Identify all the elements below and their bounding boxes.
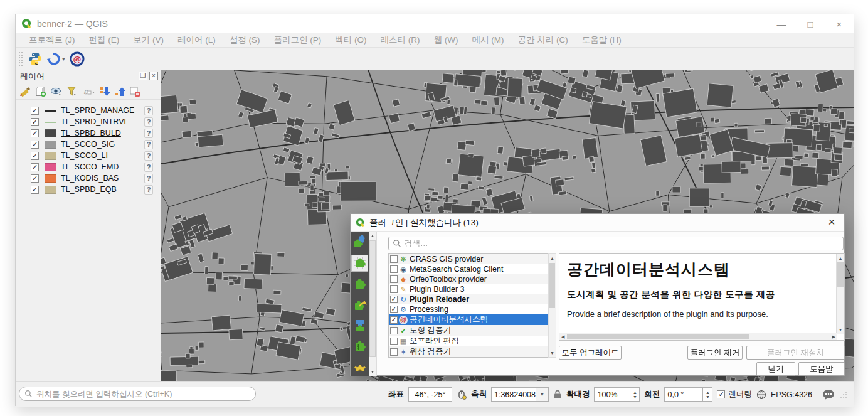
plugin-checkbox[interactable] xyxy=(390,348,398,356)
plugin-row[interactable]: ◉ MetaSearch Catalog Client xyxy=(389,264,548,274)
dialog-close-icon[interactable]: × xyxy=(824,215,839,229)
crs-status[interactable]: EPSG:4326 xyxy=(771,390,812,399)
upgrade-all-button[interactable]: 모두 업그레이드 xyxy=(559,346,622,360)
plugin-row[interactable]: ✔ 도형 검증기 xyxy=(389,325,548,336)
render-checkbox[interactable]: ✓ xyxy=(717,390,725,398)
plugin-checkbox[interactable] xyxy=(390,327,398,334)
plugin-row-selected[interactable]: ✓ @ 공간데이터분석시스템 xyxy=(389,314,548,325)
layer-checkbox[interactable]: ✓ xyxy=(31,129,39,137)
reinstall-plugin-button[interactable]: 플러그인 재설치 xyxy=(746,346,845,360)
add-group-icon[interactable] xyxy=(35,86,46,97)
layer-row[interactable]: ✓ TL_SPRD_INTRVL ? xyxy=(16,116,161,127)
tab-scrollbar[interactable]: ▲ ▼ xyxy=(369,232,377,376)
scrollbar-thumb[interactable] xyxy=(567,334,749,339)
scrollbar-thumb[interactable] xyxy=(549,263,555,308)
scroll-up-icon[interactable]: ▲ xyxy=(549,256,556,260)
layer-styling-icon[interactable] xyxy=(19,86,31,97)
tab-install-from-zip[interactable] xyxy=(351,338,368,355)
layer-row[interactable]: ✓ TL_SCCO_LI ? xyxy=(16,150,161,161)
magnifier-spinner[interactable]: ▲▼ xyxy=(630,387,640,402)
crs-unknown-badge[interactable]: ? xyxy=(144,185,153,195)
plugin-row[interactable]: ◆ OrfeoToolbox provider xyxy=(389,274,548,284)
layer-checkbox[interactable]: ✓ xyxy=(31,107,39,115)
layer-checkbox[interactable]: ✓ xyxy=(31,118,39,126)
scale-dropdown-icon[interactable]: ▼ xyxy=(536,387,549,402)
rotation-spinner[interactable]: ▲▼ xyxy=(703,387,712,402)
plugin-checkbox[interactable]: ✓ xyxy=(390,306,398,313)
plugin-row[interactable]: ✓ ↻ Plugin Reloader xyxy=(389,294,548,304)
globe-crs-icon[interactable] xyxy=(756,390,766,400)
scrollbar-thumb[interactable] xyxy=(369,240,376,357)
layer-row[interactable]: ✓ TL_SCCO_EMD ? xyxy=(16,161,161,173)
layer-row[interactable]: ✓ TL_KODIS_BAS ? xyxy=(16,173,161,184)
plugin-row[interactable]: ✓ ⚙ Processing xyxy=(389,304,548,314)
tab-all[interactable] xyxy=(351,234,368,250)
crs-unknown-badge[interactable]: ? xyxy=(144,163,153,172)
layer-checkbox[interactable]: ✓ xyxy=(31,174,39,183)
magnifier-field[interactable]: 100% xyxy=(594,387,630,402)
plugin-checkbox[interactable] xyxy=(390,338,398,345)
remove-layer-icon[interactable] xyxy=(129,86,140,97)
resize-grip[interactable] xyxy=(840,391,847,398)
plugin-row[interactable]: ❋ GRASS GIS provider xyxy=(389,254,548,264)
plugin-checkbox[interactable]: ✓ xyxy=(390,296,398,303)
plugin-list-scrollbar[interactable]: ▲ ▼ xyxy=(548,253,556,358)
plugin-search-box[interactable] xyxy=(388,237,844,250)
filter-legend-icon[interactable] xyxy=(66,86,78,97)
scroll-down-icon[interactable]: ▼ xyxy=(549,351,556,355)
crs-unknown-badge[interactable]: ? xyxy=(144,129,153,138)
tab-installed[interactable] xyxy=(351,255,368,271)
layer-checkbox[interactable]: ✓ xyxy=(31,163,39,171)
layer-checkbox[interactable]: ✓ xyxy=(31,186,39,194)
crs-unknown-badge[interactable]: ? xyxy=(144,106,153,115)
filter-expression-icon[interactable]: ε xyxy=(82,86,95,97)
spatial-plugin-button[interactable]: @ xyxy=(67,50,87,68)
collapse-all-icon[interactable] xyxy=(114,86,125,97)
expand-all-icon[interactable] xyxy=(99,86,110,97)
menu-plugins[interactable]: 플러그인 (P) xyxy=(267,33,329,47)
close-button[interactable]: × xyxy=(825,14,854,33)
scroll-up-icon[interactable]: ▲ xyxy=(837,256,844,260)
layer-checkbox[interactable]: ✓ xyxy=(31,152,39,160)
scrollbar-thumb[interactable] xyxy=(837,262,844,287)
details-vertical-scrollbar[interactable]: ▲ ▼ xyxy=(836,254,844,334)
plugin-search-input[interactable] xyxy=(405,239,818,248)
scroll-down-icon[interactable]: ▼ xyxy=(369,370,376,374)
messages-bubble-icon[interactable] xyxy=(822,389,835,400)
python-console-button[interactable] xyxy=(26,50,45,68)
menu-help[interactable]: 도움말 (H) xyxy=(575,33,628,47)
menu-web[interactable]: 웹 (W) xyxy=(427,33,465,47)
scale-combo[interactable]: 1:36824008 xyxy=(491,387,536,402)
plugin-row[interactable]: ✎ Plugin Builder 3 xyxy=(389,284,548,294)
coordinate-field[interactable]: 46°, -25° xyxy=(408,387,452,402)
maximize-button[interactable]: □ xyxy=(796,14,825,33)
plugin-checkbox[interactable]: ✓ xyxy=(390,316,398,324)
scroll-down-icon[interactable]: ▼ xyxy=(837,328,844,332)
tab-settings[interactable] xyxy=(351,360,368,376)
panel-float-icon[interactable]: ❐ xyxy=(139,72,147,80)
details-horizontal-scrollbar[interactable]: ◀ ▶ xyxy=(559,333,837,340)
menu-project[interactable]: 프로젝트 (J) xyxy=(22,33,82,47)
scroll-left-icon[interactable]: ◀ xyxy=(561,334,564,339)
crs-unknown-badge[interactable]: ? xyxy=(144,117,153,127)
plugin-row[interactable]: ✦ 위상 검증기 xyxy=(389,346,548,357)
layer-row[interactable]: ✓ TL_SPBD_EQB ? xyxy=(16,184,161,195)
crs-unknown-badge[interactable]: ? xyxy=(144,174,153,183)
plugin-reload-button[interactable]: ▾ xyxy=(45,50,67,68)
plugin-checkbox[interactable] xyxy=(390,275,398,283)
menu-edit[interactable]: 편집 (E) xyxy=(82,33,127,47)
menu-mesh[interactable]: 메시 (M) xyxy=(465,33,511,47)
plugin-checkbox[interactable] xyxy=(390,265,398,273)
uninstall-plugin-button[interactable]: 플러그인 제거 xyxy=(687,346,743,360)
layer-checkbox[interactable]: ✓ xyxy=(31,141,39,149)
menu-settings[interactable]: 설정 (S) xyxy=(223,33,267,47)
tab-new[interactable] xyxy=(351,317,368,334)
layer-row[interactable]: ✓ TL_SPRD_MANAGE ? xyxy=(16,105,161,116)
dialog-title-bar[interactable]: 플러그인 | 설치했습니다 (13) × xyxy=(351,214,844,232)
rotation-field[interactable]: 0,0 ° xyxy=(664,387,703,402)
scroll-up-icon[interactable]: ▲ xyxy=(369,233,376,238)
tab-upgradeable[interactable] xyxy=(351,297,368,313)
crs-unknown-badge[interactable]: ? xyxy=(144,151,153,161)
plugin-row[interactable]: ▦ 오프라인 편집 xyxy=(389,336,548,346)
toolbar-drag-handle[interactable] xyxy=(18,51,23,67)
